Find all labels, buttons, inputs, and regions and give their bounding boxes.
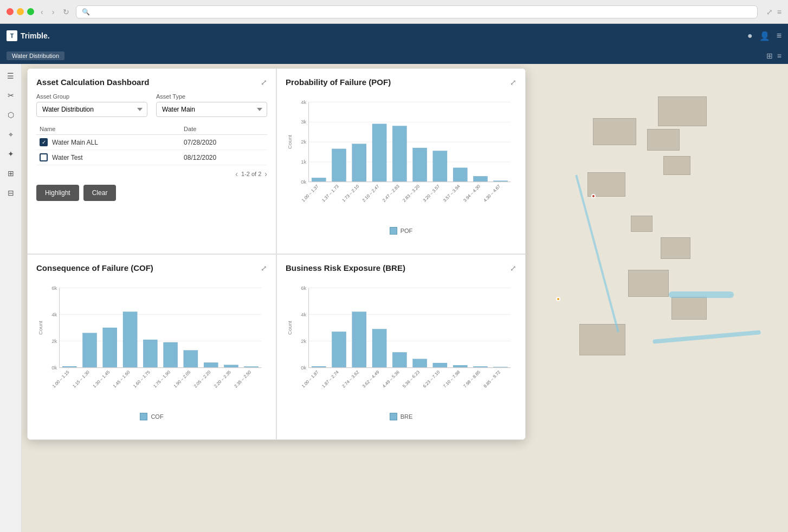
sidebar-icon-star[interactable]: ✦ [3, 146, 18, 161]
menu-icon: ≡ [777, 8, 781, 16]
svg-rect-25 [453, 168, 467, 182]
reload-button[interactable]: ↻ [61, 7, 72, 17]
row-name: Water Test [52, 154, 83, 161]
svg-rect-77 [352, 312, 366, 368]
svg-text:2.47 – 2.83: 2.47 – 2.83 [382, 184, 401, 203]
pof-expand-btn[interactable]: ⤢ [510, 78, 516, 87]
map-marker [591, 194, 596, 198]
cof-expand-btn[interactable]: ⤢ [261, 264, 267, 273]
nav-right: ● 👤 ≡ [747, 31, 781, 41]
pof-chart: 4k3k2k1k0kCount1.00 – 1.371.37 – 1.731.7… [286, 93, 516, 223]
svg-text:2k: 2k [301, 338, 306, 344]
svg-rect-79 [372, 329, 386, 367]
svg-text:4.30 – 4.67: 4.30 – 4.67 [483, 184, 502, 203]
action-buttons: Highlight Clear [36, 185, 267, 201]
svg-rect-81 [392, 352, 406, 367]
sidebar-icon-grid[interactable]: ⊞ [3, 166, 18, 181]
asset-type-form-group: Asset Type Water Main [156, 93, 267, 117]
svg-text:4k: 4k [301, 312, 306, 317]
back-button[interactable]: ‹ [38, 7, 46, 17]
user-button[interactable]: 👤 [759, 31, 770, 41]
sub-nav-icon1[interactable]: ⊞ [766, 51, 773, 60]
map-area[interactable]: Asset Calculation Dashboard ⤢ Asset Grou… [22, 64, 788, 532]
map-marker2 [556, 297, 560, 301]
clear-button[interactable]: Clear [83, 185, 117, 201]
svg-rect-48 [123, 312, 137, 368]
sidebar-icon-cut[interactable]: ✂ [3, 88, 18, 103]
bre-legend: BRE [286, 413, 516, 420]
svg-text:Count: Count [287, 135, 293, 149]
map-water-line2 [669, 291, 734, 298]
svg-text:2k: 2k [301, 139, 306, 145]
logo-text: Trimble. [21, 31, 50, 40]
dashboard-panel: Asset Calculation Dashboard ⤢ Asset Grou… [27, 68, 526, 440]
bre-panel: Business Risk Exposure (BRE) ⤢ 6k4k2k0kC… [276, 254, 526, 440]
svg-text:3.57 – 3.94: 3.57 – 3.94 [442, 184, 461, 203]
svg-text:2.74 – 3.62: 2.74 – 3.62 [341, 369, 360, 389]
svg-text:2.05 – 2.20: 2.05 – 2.20 [193, 369, 212, 389]
row-checkbox-1[interactable] [40, 153, 48, 161]
browser-chrome: ‹ › ↻ 🔍 ⤢ ≡ [0, 0, 788, 24]
close-btn[interactable] [7, 8, 14, 15]
asset-group-form-group: Asset Group Water Distribution [36, 93, 147, 117]
svg-text:4k: 4k [51, 312, 57, 317]
svg-text:1.30 – 1.45: 1.30 – 1.45 [92, 369, 111, 389]
svg-rect-13 [332, 149, 346, 182]
expand-icon: ⤢ [766, 8, 773, 16]
table-row: ✓ Water Main ALL 07/28/2020 [36, 135, 267, 150]
trimble-icon: T [7, 30, 17, 41]
notifications-button[interactable]: ● [747, 31, 753, 41]
map-building [663, 156, 690, 175]
asset-group-select[interactable]: Water Distribution [36, 102, 147, 117]
cof-legend: COF [36, 413, 267, 420]
asset-type-select[interactable]: Water Main [156, 102, 267, 117]
water-distribution-btn[interactable]: Water Distribution [7, 51, 64, 60]
svg-text:Count: Count [287, 321, 293, 335]
svg-rect-54 [184, 351, 198, 368]
pagination-text: 1-2 of 2 [241, 171, 261, 177]
maximize-btn[interactable] [27, 8, 34, 15]
svg-text:1.75 – 1.90: 1.75 – 1.90 [152, 369, 171, 389]
svg-text:7.98 – 8.85: 7.98 – 8.85 [462, 369, 481, 389]
svg-text:2.10 – 2.47: 2.10 – 2.47 [361, 184, 380, 203]
sidebar-icon-target[interactable]: ⌖ [3, 127, 18, 142]
row-name-cell: ✓ Water Main ALL [36, 135, 180, 150]
svg-text:1.90 – 2.05: 1.90 – 2.05 [173, 369, 192, 389]
svg-text:4k: 4k [301, 99, 306, 105]
svg-text:1.60 – 1.75: 1.60 – 1.75 [132, 369, 151, 389]
prev-page-btn[interactable]: ‹ [235, 170, 238, 178]
asset-group-label: Asset Group [36, 93, 147, 100]
svg-text:3.20 – 3.57: 3.20 – 3.57 [422, 184, 441, 203]
settings-button[interactable]: ≡ [777, 31, 781, 41]
address-bar[interactable]: 🔍 [76, 5, 757, 18]
row-checkbox-0[interactable]: ✓ [40, 138, 48, 146]
svg-text:1.00 – 1.15: 1.00 – 1.15 [51, 369, 70, 389]
bre-expand-btn[interactable]: ⤢ [510, 264, 516, 273]
svg-rect-21 [413, 148, 427, 182]
asset-panel-expand-btn[interactable]: ⤢ [261, 78, 267, 87]
bre-title: Business Risk Exposure (BRE) ⤢ [286, 263, 516, 273]
dashboard-grid: Asset Calculation Dashboard ⤢ Asset Grou… [27, 68, 526, 440]
svg-text:5.36 – 6.23: 5.36 – 6.23 [402, 369, 421, 389]
highlight-button[interactable]: Highlight [36, 185, 79, 201]
svg-text:3k: 3k [301, 119, 306, 125]
forward-button[interactable]: › [50, 7, 57, 17]
sub-nav-icon2[interactable]: ≡ [777, 51, 781, 60]
map-water-line3 [653, 330, 761, 343]
sidebar-icon-hex[interactable]: ⬡ [3, 107, 18, 122]
svg-text:1.87 – 2.74: 1.87 – 2.74 [321, 369, 340, 389]
asset-panel-title: Asset Calculation Dashboard ⤢ [36, 77, 267, 87]
svg-text:2.35 – 2.50: 2.35 – 2.50 [234, 369, 253, 389]
pof-title-text: Probability of Failure (POF) [286, 77, 391, 87]
form-row: Asset Group Water Distribution Asset Typ… [36, 93, 267, 117]
svg-rect-15 [352, 144, 366, 182]
sidebar-icon-table[interactable]: ⊟ [3, 185, 18, 200]
left-sidebar: ☰ ✂ ⬡ ⌖ ✦ ⊞ ⊟ [0, 64, 22, 532]
pof-legend-label: POF [401, 228, 413, 234]
minimize-btn[interactable] [17, 8, 24, 15]
bre-legend-color [390, 413, 397, 420]
sidebar-icon-layers[interactable]: ☰ [3, 68, 18, 83]
svg-text:6k: 6k [51, 285, 57, 291]
map-building [587, 172, 625, 197]
next-page-btn[interactable]: › [264, 170, 267, 178]
